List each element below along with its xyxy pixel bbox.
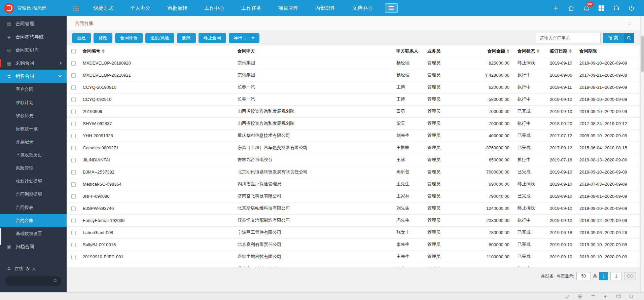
topbar-nav-item[interactable]: 项目管理: [270, 5, 307, 11]
sort-icon[interactable]: [569, 49, 572, 53]
table-row[interactable]: Carsales-0809271 东风（十堰）汽车热交换器有限公司 王振民 管理…: [67, 142, 644, 154]
row-checkbox[interactable]: [71, 85, 76, 90]
export-dropdown-button[interactable]: 导出...: [229, 33, 260, 43]
row-checkbox[interactable]: [71, 255, 76, 259]
row-checkbox[interactable]: [71, 207, 76, 211]
current-page-button[interactable]: 1: [599, 272, 608, 280]
topbar-nav-item[interactable]: 内部邮件: [307, 5, 344, 11]
topbar-nav-item[interactable]: 文档中心: [344, 5, 381, 11]
row-checkbox[interactable]: [71, 73, 76, 78]
headset-support-icon[interactable]: [613, 5, 620, 11]
toolbar-button[interactable]: 进度/风险: [145, 33, 174, 43]
table-row[interactable]: JNFF-090086 济南奋飞科技有限公司 王家林 管理员 790040.00…: [67, 190, 644, 202]
row-checkbox[interactable]: [71, 231, 76, 235]
select-all-checkbox[interactable]: [71, 49, 76, 53]
table-row[interactable]: SHYW-092837 山西省投资咨询和发展规划院 梁天 管理员 700000.…: [67, 117, 644, 129]
toolbar-button[interactable]: 修改: [94, 33, 112, 43]
row-checkbox[interactable]: [71, 158, 76, 162]
sidebar-subitem[interactable]: 收款计划: [0, 96, 67, 109]
topbar-nav-item[interactable]: 快捷方式: [85, 5, 122, 11]
jump-page-input[interactable]: [610, 272, 622, 280]
globe-browser-icon[interactable]: [578, 294, 583, 299]
apps-grid-icon[interactable]: [598, 5, 604, 11]
topbar-nav-item[interactable]: 审批流转: [159, 5, 196, 11]
speaker-volume-icon[interactable]: [603, 294, 608, 299]
trash-icon[interactable]: [591, 294, 596, 299]
sort-icon[interactable]: [537, 49, 539, 53]
sidebar-subitem[interactable]: 合同报表: [0, 201, 67, 214]
party-search-input[interactable]: [536, 33, 601, 43]
table-row[interactable]: Medical-SC-098364 四川省医疗保险管理局 王先生 管理员 690…: [67, 178, 644, 190]
table-row[interactable]: 20190910-PJFC-001 盘锦丰城科技有限公司 王先生 管理员 110…: [67, 251, 644, 263]
table-row[interactable]: FBTECH-0008 弗林丰融科技有限公司 勒赛 管理员 778700.00 …: [67, 263, 644, 267]
table-row[interactable]: FancyEternal-192039 江苏恒义汽配制造有限公司 冯先生 管理员…: [67, 214, 644, 226]
row-checkbox[interactable]: [71, 219, 76, 223]
home-icon[interactable]: [568, 5, 575, 12]
row-checkbox[interactable]: [71, 170, 76, 175]
row-checkbox[interactable]: [71, 146, 76, 150]
window-monitor-icon[interactable]: [616, 294, 621, 299]
row-checkbox[interactable]: [71, 243, 76, 247]
column-amount[interactable]: 合同金额: [456, 45, 515, 57]
column-sign-date[interactable]: 签订日期: [548, 45, 577, 57]
row-checkbox[interactable]: [71, 98, 76, 102]
row-checkbox[interactable]: [71, 122, 76, 126]
column-status[interactable]: 合同状态: [515, 45, 548, 57]
sidebar-item-purchase-contract[interactable]: ▦ 采购合同: [0, 57, 67, 70]
sidebar-item-sales-contract[interactable]: ⚗ 销售合同: [0, 70, 67, 83]
sidebar-subitem[interactable]: 下属收款历史: [0, 148, 67, 161]
sidebar-item-contract-management[interactable]: ▤ 合同管理: [0, 17, 67, 30]
sidebar-subitem[interactable]: 客户合同: [0, 83, 67, 96]
toolbar-button[interactable]: 删除: [177, 33, 196, 43]
add-icon[interactable]: [552, 5, 559, 11]
more-menu-button[interactable]: [385, 3, 398, 13]
sidebar-subitem[interactable]: 应收款一览: [0, 122, 67, 135]
row-checkbox[interactable]: [71, 61, 76, 66]
column-contract-number[interactable]: 合同编号: [81, 45, 236, 57]
row-checkbox[interactable]: [71, 194, 76, 199]
compose-pen-icon[interactable]: [565, 294, 570, 299]
sidebar-search-icon[interactable]: [53, 278, 58, 284]
sidebar-subitem[interactable]: 基础数据设置: [0, 227, 67, 240]
go-button[interactable]: GO: [624, 272, 636, 280]
current-user-label[interactable]: 管理员 -信息部: [17, 5, 46, 11]
search-button[interactable]: 搜索: [603, 33, 624, 43]
detailed-list-icon[interactable]: [73, 5, 79, 11]
sidebar-search-input[interactable]: [9, 279, 51, 284]
table-row[interactable]: LaborGiant-008 宁波巨工管件有限公司 张女士 管理员 780000…: [67, 226, 644, 238]
sidebar-subitem[interactable]: 合同到期提醒: [0, 188, 67, 201]
row-checkbox[interactable]: [71, 134, 76, 138]
table-row[interactable]: BJMX--2537382 北京明讯恒基科技发展有限责任公司 高昕普 管理员 7…: [67, 166, 644, 178]
row-checkbox[interactable]: [71, 182, 76, 187]
notifications-bell-icon[interactable]: 99+: [583, 5, 590, 12]
sidebar-item-archived-contract[interactable]: ▣ 归档合同: [0, 240, 67, 253]
toolbar-button[interactable]: 终止合同: [199, 33, 226, 43]
table-row[interactable]: YHH-20091928 重庆华都信息技术有限公司 刘先生 管理员 400000…: [67, 129, 644, 142]
sidebar-subitem[interactable]: 收款计划提醒: [0, 175, 67, 188]
table-row[interactable]: MXDEVELOP-20210921 京讯集团 杨经理 管理员 ¥ 428000…: [67, 69, 644, 81]
sidebar-item-contract-signing-nav[interactable]: ◈ 合同签约导航: [0, 30, 67, 43]
sort-icon[interactable]: [507, 49, 509, 53]
sidebar-subitem[interactable]: 收款历史: [0, 109, 67, 122]
table-row[interactable]: BJSPW-893740 北京斯堪帕维科技有限公司 刘先生 管理员 124000…: [67, 202, 644, 214]
vertical-scrollbar[interactable]: [640, 16, 644, 292]
power-logout-icon[interactable]: [628, 5, 635, 11]
scrollbar-thumb[interactable]: [641, 36, 644, 72]
table-row[interactable]: MXDEVELOP-20180920 京讯集团 杨经理 管理员 825000.0…: [67, 57, 644, 69]
topbar-nav-item[interactable]: 个人办公: [122, 5, 159, 11]
table-row[interactable]: JILINDIANTAI 吉林九台市电视台 王冰 管理员 650000.00 执…: [67, 154, 644, 166]
table-row[interactable]: CCYQ-090910 长春一汽 王博 管理员 580000.00 执行中 20…: [67, 93, 644, 105]
sidebar-subitem[interactable]: 开票记录: [0, 135, 67, 148]
toolbar-button[interactable]: 新建: [72, 33, 91, 43]
row-checkbox[interactable]: [71, 110, 76, 114]
topbar-nav-item[interactable]: 工作任务: [233, 5, 270, 11]
sidebar-item-contract-knowledge[interactable]: ◎ 合同知识库: [0, 43, 67, 57]
sort-icon[interactable]: [102, 49, 105, 53]
sidebar-scrollbar-thumb[interactable]: [0, 228, 1, 245]
table-row[interactable]: SallyBJ-0910016 北京赛利有限责任公司 李先生 管理员 80000…: [67, 238, 644, 251]
table-row[interactable]: 20190909 山西省投资咨询和发展规划院 田勇 管理员 700000.00 …: [67, 105, 644, 117]
table-row[interactable]: CCYQ-20190910 长春一汽 王博 管理员 620000.00 执行中 …: [67, 81, 644, 93]
search-magnifier-button[interactable]: [624, 33, 634, 43]
sidebar-subitem[interactable]: 风险管理: [0, 161, 67, 175]
favorite-star-icon[interactable]: ☆: [627, 20, 632, 27]
